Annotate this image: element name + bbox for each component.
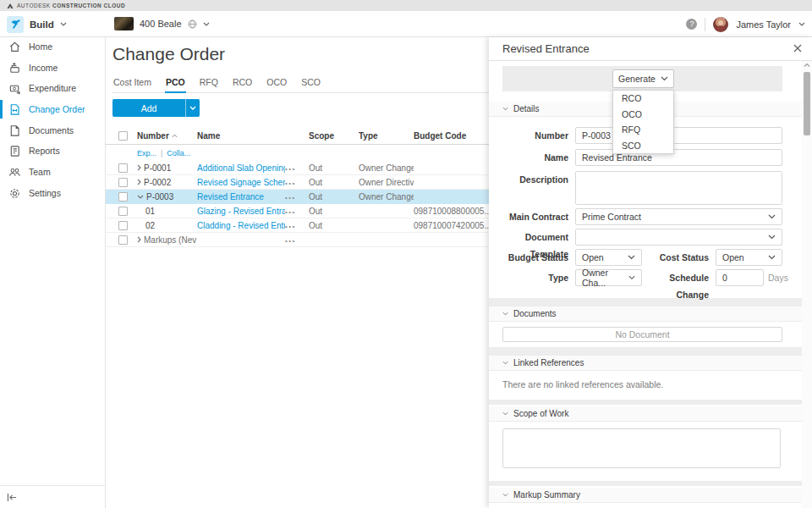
row-checkbox[interactable] <box>118 178 128 187</box>
tab-cost-item[interactable]: Cost Item <box>112 77 152 87</box>
no-document-button[interactable]: No Document <box>502 327 782 342</box>
number-field[interactable] <box>582 130 776 141</box>
tab-pco[interactable]: PCO <box>165 77 186 87</box>
tab-oco[interactable]: OCO <box>266 77 288 87</box>
table-row-selected[interactable]: P-0003 Revised Entrance ••• Out Owner Ch… <box>106 190 489 204</box>
column-scope[interactable]: Scope <box>309 131 359 141</box>
project-selector[interactable]: 400 Beale <box>114 14 210 33</box>
sidebar-item-reports[interactable]: Reports <box>0 141 106 160</box>
scope-of-work-field[interactable] <box>503 429 780 467</box>
active-indicator <box>0 100 3 119</box>
tab-rfq[interactable]: RFQ <box>199 77 219 87</box>
autodesk-logo-icon <box>7 3 14 9</box>
user-avatar[interactable] <box>713 17 728 32</box>
close-icon[interactable] <box>793 44 802 52</box>
app-switcher[interactable]: Build <box>7 15 67 33</box>
row-name-link[interactable]: Revised Signage Scheme <box>197 178 285 187</box>
table-row[interactable]: P-0002 Revised Signage Scheme ••• Out Ow… <box>106 175 489 190</box>
row-name-link[interactable]: Additional Slab Openings <box>197 163 285 173</box>
row-actions-button[interactable]: ••• <box>285 194 296 202</box>
row-checkbox[interactable] <box>118 192 128 202</box>
description-field[interactable] <box>576 172 782 204</box>
sidebar-item-expenditure[interactable]: Expenditure <box>0 79 106 97</box>
chevron-down-icon <box>203 22 210 26</box>
column-budget-code[interactable]: Budget Code <box>414 131 489 141</box>
menu-item-oco[interactable]: OCO <box>613 107 673 123</box>
table-header: Number Name Scope Type Budget Code <box>106 128 489 145</box>
sidebar-item-home[interactable]: Home <box>0 37 106 56</box>
sidebar: Home Income Expenditure Change Order Doc… <box>0 37 106 508</box>
section-documents[interactable]: Documents <box>489 306 802 322</box>
document-template-label: Document Template <box>489 229 568 246</box>
scroll-up-icon[interactable] <box>804 63 810 68</box>
menu-item-rfq[interactable]: RFQ <box>613 122 673 138</box>
document-template-select[interactable] <box>575 229 782 246</box>
budget-status-select[interactable]: Open <box>575 249 642 266</box>
section-scope-of-work[interactable]: Scope of Work <box>489 406 802 422</box>
scrollbar-thumb[interactable] <box>804 72 810 135</box>
row-checkbox[interactable] <box>118 163 128 173</box>
tab-rco[interactable]: RCO <box>232 77 253 87</box>
expand-row-icon[interactable] <box>137 164 141 171</box>
expand-all-link[interactable]: Exp... <box>137 149 156 157</box>
table-row[interactable]: Markups (Nev ••• <box>106 233 489 247</box>
project-name: 400 Beale <box>140 19 182 29</box>
brand-text: AUTODESK CONSTRUCTION CLOUD <box>17 3 125 8</box>
documents-icon <box>8 124 21 137</box>
column-type[interactable]: Type <box>359 131 414 141</box>
row-checkbox[interactable] <box>118 235 128 245</box>
sidebar-item-team[interactable]: Team <box>0 163 106 181</box>
type-select[interactable]: Owner Cha... <box>575 269 642 286</box>
add-dropdown-button[interactable] <box>185 99 200 117</box>
table-row[interactable]: P-0001 Additional Slab Openings ••• Out … <box>106 161 489 175</box>
generate-menu: RCO OCO RFQ SCO <box>612 90 674 154</box>
change-order-icon <box>8 103 21 116</box>
select-all-checkbox[interactable] <box>118 131 128 141</box>
header-right: ? James Taylor <box>686 11 805 37</box>
schedule-change-field[interactable] <box>722 273 757 283</box>
chevron-down-icon[interactable] <box>798 22 805 26</box>
expand-collapse-row: Exp... | Colla... <box>106 146 489 161</box>
add-button[interactable]: Add <box>112 99 185 117</box>
section-markup-summary[interactable]: Markup Summary <box>489 488 802 503</box>
help-button[interactable]: ? <box>686 19 697 30</box>
collapse-sidebar-button[interactable] <box>7 493 18 502</box>
cost-status-label: Cost Status <box>650 249 709 266</box>
expand-row-icon[interactable] <box>137 179 141 185</box>
sidebar-item-income[interactable]: Income <box>0 58 106 77</box>
row-name-link[interactable]: Glazing - Revised Entrance <box>197 207 285 216</box>
detail-panel: Revised Entrance Generate RCO OCO RFQ SC… <box>489 37 812 508</box>
panel-scrollbar <box>802 61 812 508</box>
section-linked-references[interactable]: Linked References <box>489 356 802 371</box>
row-name-link[interactable]: Cladding - Revised Entrance <box>197 221 285 230</box>
menu-item-rco[interactable]: RCO <box>613 91 673 107</box>
column-number[interactable]: Number <box>137 131 169 141</box>
row-checkbox[interactable] <box>118 207 128 216</box>
collapse-row-icon[interactable] <box>137 195 144 199</box>
build-hammer-icon <box>7 16 24 33</box>
cost-status-select[interactable]: Open <box>716 249 782 266</box>
sort-ascending-icon <box>172 134 178 138</box>
sidebar-item-change-order[interactable]: Change Order <box>0 100 106 119</box>
reports-icon <box>8 145 21 157</box>
column-name[interactable]: Name <box>197 131 285 141</box>
row-actions-button[interactable]: ••• <box>285 179 296 187</box>
collapse-all-link[interactable]: Colla... <box>167 149 190 157</box>
table-row-child[interactable]: 01 Glazing - Revised Entrance ••• Out 09… <box>106 204 489 218</box>
expand-row-icon[interactable] <box>137 236 141 243</box>
main-contract-select[interactable]: Prime Contract <box>575 208 782 225</box>
row-actions-button[interactable]: ••• <box>285 208 296 216</box>
row-actions-button[interactable]: ••• <box>285 165 296 173</box>
sidebar-item-documents[interactable]: Documents <box>0 121 106 140</box>
menu-item-sco[interactable]: SCO <box>613 138 673 154</box>
tab-sco[interactable]: SCO <box>300 77 321 87</box>
name-field[interactable] <box>582 152 776 163</box>
row-actions-button[interactable]: ••• <box>285 237 296 245</box>
sidebar-item-settings[interactable]: Settings <box>0 184 106 202</box>
row-actions-button[interactable]: ••• <box>285 223 296 230</box>
row-checkbox[interactable] <box>118 221 128 230</box>
generate-button[interactable]: Generate <box>612 69 674 88</box>
table-row-child[interactable]: 02 Cladding - Revised Entrance ••• Out 0… <box>106 218 489 233</box>
user-name[interactable]: James Taylor <box>736 19 791 30</box>
row-name-link[interactable]: Revised Entrance <box>197 192 264 202</box>
